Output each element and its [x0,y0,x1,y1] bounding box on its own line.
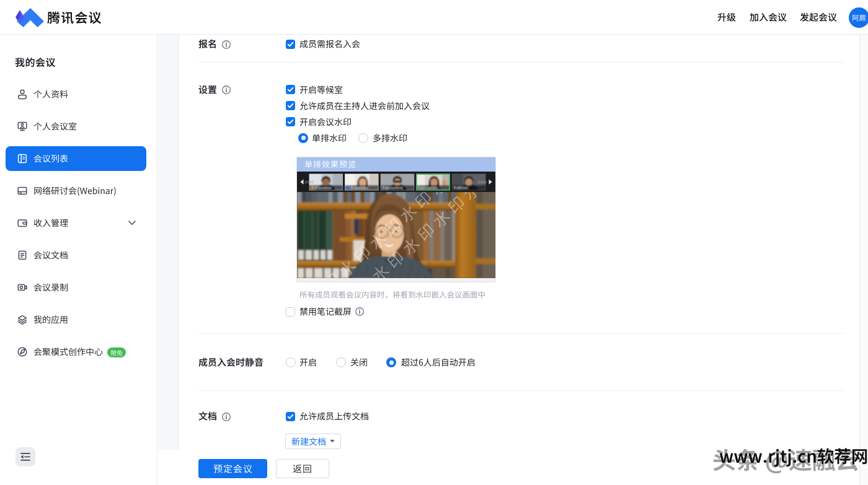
svg-text:diffchen: diffchen [457,186,469,190]
svg-text:2/100: 2/100 [305,180,314,184]
svg-text:emmychen: emmychen [421,186,437,190]
svg-text:neilochen: neilochen [353,186,368,190]
svg-text:lancaster: lancaster [318,186,332,190]
svg-text:2/100: 2/100 [478,180,487,184]
svg-text:dopeyefend: dopeyefend [385,186,402,190]
